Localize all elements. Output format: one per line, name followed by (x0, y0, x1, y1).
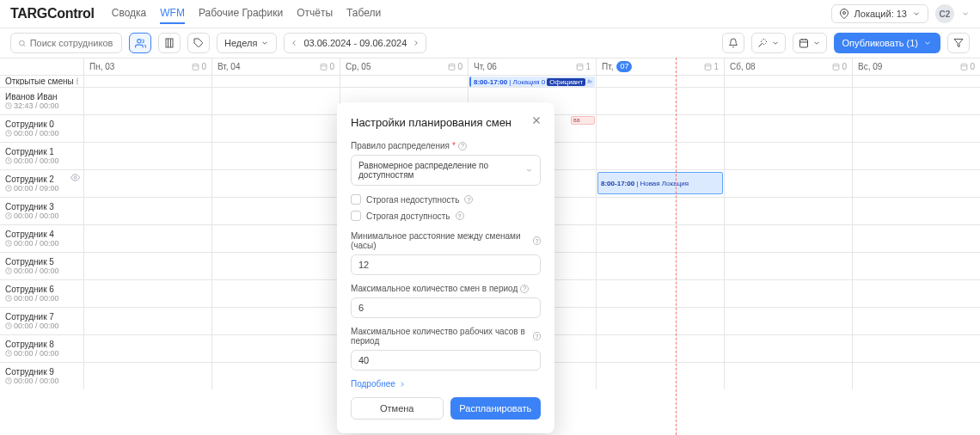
magic-button[interactable] (751, 33, 786, 53)
grid-cell[interactable] (84, 88, 212, 114)
grid-cell[interactable] (212, 170, 340, 197)
grid-cell[interactable] (725, 143, 853, 169)
rule-select[interactable]: Равномерное распределение по доступностя… (351, 155, 541, 186)
grid-cell[interactable] (212, 363, 340, 389)
calendar-button[interactable] (793, 33, 827, 53)
grid-cell[interactable] (725, 335, 853, 362)
locations-dropdown[interactable]: Локаций: 13 (831, 4, 928, 23)
help-icon[interactable]: ? (533, 332, 541, 340)
grid-cell[interactable] (212, 88, 340, 114)
nav-tab-WFM[interactable]: WFM (160, 3, 185, 24)
grid-cell[interactable] (853, 76, 980, 87)
chevron-right-icon[interactable] (412, 39, 420, 47)
grid-cell[interactable] (212, 76, 340, 87)
grid-cell[interactable] (84, 143, 212, 169)
grid-cell[interactable] (212, 225, 340, 252)
grid-cell[interactable] (212, 280, 340, 307)
more-link[interactable]: Подробнее (351, 379, 541, 389)
filter-button[interactable] (947, 33, 970, 53)
grid-cell[interactable] (84, 115, 212, 142)
grid-cell[interactable] (84, 198, 212, 224)
grid-cell[interactable]: 8:00-17:00 | Новая Локация (597, 170, 725, 197)
grid-cell[interactable] (84, 308, 212, 334)
help-icon[interactable]: ? (520, 285, 529, 293)
nav-tab-Табели[interactable]: Табели (346, 3, 381, 24)
grid-cell[interactable] (597, 225, 725, 252)
grid-cell[interactable] (853, 143, 980, 169)
view-tag-button[interactable] (187, 33, 210, 53)
grid-cell[interactable] (84, 170, 212, 197)
gap-input[interactable] (351, 254, 541, 275)
grid-cell[interactable] (84, 280, 212, 307)
close-button[interactable] (530, 114, 542, 126)
view-building-button[interactable] (158, 33, 181, 53)
grid-cell[interactable] (725, 253, 853, 279)
nav-tab-Сводка[interactable]: Сводка (112, 3, 147, 24)
help-icon[interactable]: ? (458, 142, 467, 150)
cancel-button[interactable]: Отмена (351, 397, 444, 420)
strict-unavailable-checkbox[interactable]: Строгая недоступность ? (351, 194, 541, 205)
grid-cell[interactable] (853, 253, 980, 279)
grid-cell[interactable] (853, 363, 980, 389)
grid-cell[interactable] (84, 225, 212, 252)
grid-cell[interactable] (725, 170, 853, 197)
grid-cell[interactable] (340, 76, 469, 87)
strict-available-checkbox[interactable]: Строгая доступность ? (351, 211, 541, 221)
grid-cell[interactable] (597, 308, 725, 334)
date-range-label[interactable]: 03.06.2024 - 09.06.2024 (303, 38, 407, 48)
grid-cell[interactable] (597, 143, 725, 169)
grid-cell[interactable] (84, 253, 212, 279)
chevron-left-icon[interactable] (290, 39, 298, 47)
grid-cell[interactable] (212, 143, 340, 169)
grid-cell[interactable] (853, 198, 980, 224)
maxhours-input[interactable] (351, 350, 541, 371)
grid-cell[interactable] (597, 363, 725, 389)
help-icon[interactable]: ? (456, 211, 464, 220)
search-input[interactable] (30, 38, 114, 48)
grid-cell[interactable]: 8:00-17:00 | Локация 0 Официант (469, 76, 597, 87)
help-icon[interactable]: ? (464, 195, 473, 204)
grid-cell[interactable] (853, 170, 980, 197)
avatar[interactable]: C2 (935, 4, 954, 23)
grid-cell[interactable] (84, 76, 212, 87)
grid-cell[interactable] (597, 88, 725, 114)
grid-cell[interactable] (853, 335, 980, 362)
maxshifts-input[interactable] (351, 297, 541, 318)
grid-cell[interactable] (212, 198, 340, 224)
grid-cell[interactable] (853, 225, 980, 252)
publish-button[interactable]: Опубликовать (1) (834, 33, 940, 53)
help-icon[interactable]: ? (533, 236, 541, 245)
grid-cell[interactable] (853, 308, 980, 334)
grid-cell[interactable] (84, 335, 212, 362)
grid-cell[interactable] (725, 198, 853, 224)
grid-cell[interactable] (725, 280, 853, 307)
grid-cell[interactable] (725, 308, 853, 334)
grid-cell[interactable] (853, 88, 980, 114)
grid-cell[interactable] (597, 335, 725, 362)
grid-cell[interactable] (725, 363, 853, 389)
grid-cell[interactable] (853, 115, 980, 142)
grid-cell[interactable] (597, 253, 725, 279)
grid-cell[interactable] (853, 280, 980, 307)
bell-button[interactable] (722, 33, 744, 53)
grid-cell[interactable] (212, 253, 340, 279)
shift-chip-partial[interactable]: ва (571, 116, 595, 125)
grid-cell[interactable] (597, 198, 725, 224)
grid-cell[interactable] (725, 225, 853, 252)
view-people-button[interactable] (129, 33, 151, 53)
nav-tab-Отчёты[interactable]: Отчёты (297, 3, 333, 24)
grid-cell[interactable] (212, 335, 340, 362)
grid-cell[interactable] (212, 115, 340, 142)
help-icon[interactable]: ? (77, 77, 78, 85)
grid-cell[interactable] (212, 308, 340, 334)
grid-cell[interactable] (725, 115, 853, 142)
grid-cell[interactable] (597, 76, 725, 87)
grid-cell[interactable] (597, 280, 725, 307)
chevron-down-icon[interactable] (961, 9, 970, 18)
search-input-wrap[interactable] (10, 33, 122, 53)
grid-cell[interactable] (725, 88, 853, 114)
grid-cell[interactable] (725, 76, 853, 87)
period-select[interactable]: Неделя (217, 33, 277, 53)
shift-chip[interactable]: 8:00-17:00 | Новая Локация (597, 172, 723, 194)
shift-chip[interactable]: 8:00-17:00 | Локация 0 Официант (469, 77, 595, 87)
